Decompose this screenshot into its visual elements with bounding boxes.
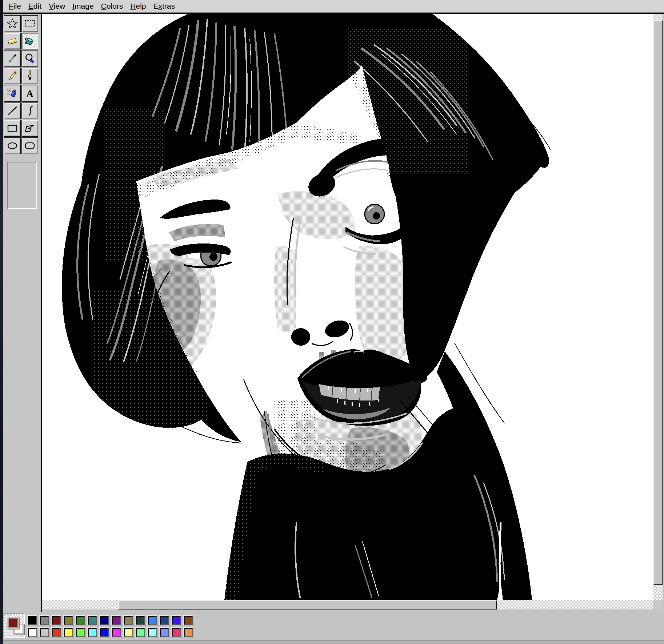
tool-panel: A [3,14,42,612]
palette-swatch[interactable] [75,615,85,625]
current-colors-indicator [4,613,25,638]
palette-swatch[interactable] [63,615,73,625]
palette-swatch[interactable] [171,615,181,625]
tool-text-button[interactable]: A [21,85,38,102]
line-icon [6,104,19,117]
tool-rectangle-button[interactable] [4,120,21,137]
tool-line-button[interactable] [4,102,21,119]
palette-swatch[interactable] [123,615,133,625]
menu-extras[interactable]: Extras [149,2,179,11]
tool-curve-button[interactable] [21,102,38,119]
tool-pencil-button[interactable] [4,68,21,84]
eraser-icon [6,35,19,48]
palette-swatch[interactable] [123,627,133,637]
desktop-background [0,0,3,644]
canvas-artwork[interactable] [42,14,653,600]
tool-eyedropper-button[interactable] [4,50,21,67]
palette-swatch[interactable] [51,615,61,625]
palette-swatch[interactable] [27,627,37,637]
palette-swatches [27,615,193,637]
tool-fill-button[interactable] [21,33,38,49]
tool-eraser-button[interactable] [4,33,21,49]
palette-swatch[interactable] [99,615,109,625]
tool-airbrush-button[interactable] [4,85,21,102]
palette-swatch[interactable] [63,627,73,637]
horizontal-scrollbar[interactable] [42,600,653,609]
window-bottom-edge [0,640,664,644]
airbrush-icon [6,87,19,100]
horizontal-scrollbar-thumb[interactable] [118,600,497,609]
menu-help[interactable]: Help [127,2,149,11]
pencil-icon [6,69,19,82]
menu-edit[interactable]: Edit [25,2,45,11]
tool-ellipse-button[interactable] [4,137,21,154]
rect-select-icon [23,17,36,30]
scrollbar-corner [653,600,663,609]
palette-swatch[interactable] [183,627,193,637]
palette-swatch[interactable] [159,627,169,637]
foreground-color-swatch [7,617,19,629]
menu-colors[interactable]: Colors [97,2,127,11]
palette-swatch[interactable] [147,627,157,637]
vertical-scrollbar-thumb[interactable] [653,20,663,585]
palette-swatch[interactable] [111,615,121,625]
free-select-icon [6,17,19,30]
tool-brush-button[interactable] [21,68,38,84]
tool-rect-select-button[interactable] [21,15,38,32]
palette-swatch[interactable] [159,615,169,625]
menu-view[interactable]: View [45,2,69,11]
tool-magnifier-button[interactable] [21,50,38,67]
ellipse-icon [6,139,19,152]
color-palette [3,612,664,640]
tool-options-box [7,162,37,209]
vertical-scrollbar[interactable] [653,14,663,600]
menu-bar: FileEditViewImageColorsHelpExtras [3,0,664,12]
magnifier-icon [23,52,36,65]
app-window: FileEditViewImageColorsHelpExtras A [0,0,664,644]
text-icon: A [23,87,36,100]
palette-swatch[interactable] [87,627,97,637]
tool-polygon-button[interactable] [21,120,38,137]
palette-swatch[interactable] [135,615,145,625]
svg-text:A: A [26,88,33,99]
tool-grid: A [4,15,38,154]
menu-file[interactable]: File [5,2,25,11]
polygon-icon [23,122,36,135]
palette-swatch[interactable] [87,615,97,625]
palette-swatch[interactable] [111,627,121,637]
canvas-viewport [42,14,663,609]
fill-icon [23,35,36,48]
palette-swatch[interactable] [147,615,157,625]
palette-swatch[interactable] [51,627,61,637]
curve-icon [23,104,36,117]
rectangle-icon [6,122,19,135]
palette-swatch[interactable] [183,615,193,625]
palette-swatch[interactable] [99,627,109,637]
palette-swatch[interactable] [39,627,49,637]
menu-image[interactable]: Image [69,2,97,11]
palette-swatch[interactable] [39,615,49,625]
palette-swatch[interactable] [135,627,145,637]
tool-rounded-rectangle-button[interactable] [21,137,38,154]
tool-free-select-button[interactable] [4,15,21,32]
palette-swatch[interactable] [171,627,181,637]
palette-swatch[interactable] [27,615,37,625]
rounded-rectangle-icon [23,139,36,152]
eyedropper-icon [6,52,19,65]
brush-icon [23,69,36,82]
palette-swatch[interactable] [75,627,85,637]
